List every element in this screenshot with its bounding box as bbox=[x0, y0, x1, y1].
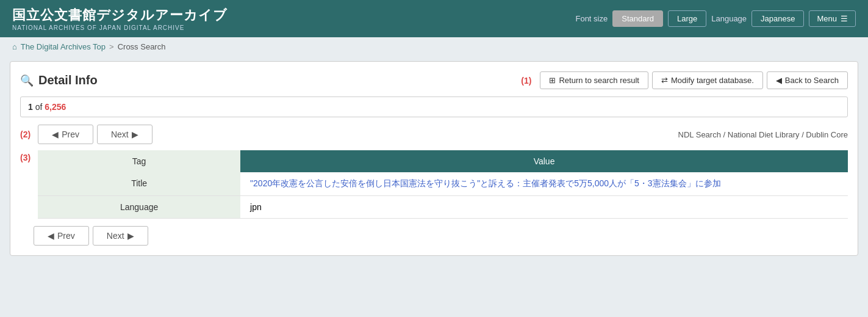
breadcrumb-separator: > bbox=[109, 42, 114, 51]
logo-sub-text: NATIONAL ARCHIVES OF JAPAN DIGITAL ARCHI… bbox=[12, 24, 228, 31]
header-controls: Font size Standard Large Language Japane… bbox=[575, 10, 856, 27]
search-icon: 🔍 bbox=[20, 74, 34, 87]
value-link[interactable]: "2020年改憲を公言した安倍を倒し日本国憲法を守り抜こう"と訴える：主催者発表… bbox=[250, 178, 720, 188]
next-label-bottom: Next bbox=[107, 231, 124, 241]
site-logo: 国立公文書館デジタルアーカイブ NATIONAL ARCHIVES OF JAP… bbox=[12, 6, 228, 31]
bottom-nav-row: ◀ Prev Next ▶ bbox=[34, 226, 848, 246]
action-buttons: ⊞ Return to search result ⇄ Modify targe… bbox=[540, 71, 848, 89]
site-header: 国立公文書館デジタルアーカイブ NATIONAL ARCHIVES OF JAP… bbox=[0, 0, 868, 37]
hamburger-icon: ☰ bbox=[841, 14, 848, 23]
font-large-button[interactable]: Large bbox=[668, 10, 706, 27]
current-page-number: 1 bbox=[28, 102, 33, 112]
table-cell-value[interactable]: "2020年改憲を公言した安倍を倒し日本国憲法を守り抜こう"と訴える：主催者発表… bbox=[240, 172, 848, 196]
font-standard-button[interactable]: Standard bbox=[612, 10, 663, 27]
next-button-top[interactable]: Next ▶ bbox=[97, 125, 152, 144]
list-icon: ⊞ bbox=[549, 76, 556, 85]
of-label: of bbox=[35, 102, 43, 112]
language-japanese-button[interactable]: Japanese bbox=[751, 10, 804, 27]
detail-table: Tag Value Title"2020年改憲を公言した安倍を倒し日本国憲法を守… bbox=[38, 150, 848, 219]
menu-button[interactable]: Menu ☰ bbox=[809, 10, 856, 27]
prev-icon-top: ◀ bbox=[52, 129, 59, 139]
next-label-top: Next bbox=[111, 129, 129, 139]
detail-title-text: Detail Info bbox=[38, 73, 98, 87]
detail-header: 🔍 Detail Info (1) ⊞ Return to search res… bbox=[20, 71, 848, 89]
total-results: 6,256 bbox=[45, 102, 66, 112]
pagination-counter: 1 of 6,256 bbox=[20, 97, 848, 117]
font-size-label: Font size bbox=[575, 14, 608, 23]
next-button-bottom[interactable]: Next ▶ bbox=[93, 226, 148, 246]
table-header-tag: Tag bbox=[38, 150, 240, 172]
breadcrumb-current: Cross Search bbox=[118, 42, 166, 51]
return-button-label: Return to search result bbox=[559, 76, 639, 85]
prev-button-top[interactable]: ◀ Prev bbox=[38, 125, 93, 144]
prev-button-bottom[interactable]: ◀ Prev bbox=[34, 226, 89, 246]
menu-button-label: Menu bbox=[817, 14, 837, 23]
main-container: 🔍 Detail Info (1) ⊞ Return to search res… bbox=[10, 61, 858, 256]
back-button-label: Back to Search bbox=[785, 76, 839, 85]
table-cell-tag: Language bbox=[38, 196, 240, 219]
return-to-search-button[interactable]: ⊞ Return to search result bbox=[540, 71, 648, 89]
next-icon-bottom: ▶ bbox=[127, 231, 134, 241]
step2-label: (2) bbox=[20, 129, 30, 139]
top-nav-buttons: ◀ Prev Next ▶ bbox=[38, 125, 152, 144]
prev-label-bottom: Prev bbox=[57, 231, 75, 241]
table-row: Title"2020年改憲を公言した安倍を倒し日本国憲法を守り抜こう"と訴える：… bbox=[38, 172, 848, 196]
prev-label-top: Prev bbox=[62, 129, 79, 139]
top-nav-row: (2) ◀ Prev Next ▶ NDL Search / National … bbox=[20, 125, 848, 144]
table-row: Languagejpn bbox=[38, 196, 848, 219]
modify-database-button[interactable]: ⇄ Modify target database. bbox=[652, 71, 763, 89]
breadcrumb-link-home[interactable]: The Digital Archives Top bbox=[21, 42, 106, 51]
home-icon: ⌂ bbox=[12, 42, 17, 51]
next-icon-top: ▶ bbox=[132, 129, 138, 139]
detail-title-area: 🔍 Detail Info bbox=[20, 73, 98, 87]
modify-icon: ⇄ bbox=[661, 76, 668, 85]
breadcrumb: ⌂ The Digital Archives Top > Cross Searc… bbox=[0, 37, 868, 56]
source-text: NDL Search / National Diet Library / Dub… bbox=[678, 130, 848, 139]
table-cell-tag: Title bbox=[38, 172, 240, 196]
table-cell-value: jpn bbox=[240, 196, 848, 219]
table-header-value: Value bbox=[240, 150, 848, 172]
prev-icon-bottom: ◀ bbox=[48, 231, 54, 241]
step1-label: (1) bbox=[521, 76, 531, 86]
language-label: Language bbox=[711, 14, 747, 23]
back-to-search-button[interactable]: ◀ Back to Search bbox=[767, 71, 848, 89]
modify-button-label: Modify target database. bbox=[671, 76, 754, 85]
logo-main-text: 国立公文書館デジタルアーカイブ bbox=[12, 6, 228, 24]
back-icon: ◀ bbox=[776, 76, 782, 85]
step3-label: (3) bbox=[20, 153, 30, 162]
